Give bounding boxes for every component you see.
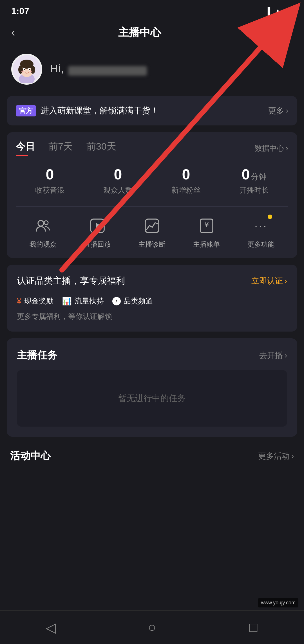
stats-numbers: 0 收获音浪 0 观众人数 0 新增粉丝 0 分钟 开播时长 [16, 166, 288, 195]
more-icon: ··· [251, 216, 271, 236]
go-live-button[interactable]: 去开播 [264, 26, 293, 39]
tasks-chevron-icon: › [285, 351, 287, 360]
benefit-channel: ♪ 品类频道 [112, 296, 153, 306]
official-badge: 官方 [16, 105, 36, 116]
quick-actions: 我的观众 直播回放 主播诊断 [16, 216, 288, 249]
stat-audience: 0 观众人数 [103, 166, 133, 195]
cert-subtitle: 更多专属福利，等你认证解锁 [7, 309, 297, 332]
activity-chevron-icon: › [291, 452, 294, 461]
stat-value-time-container: 0 分钟 [240, 166, 269, 183]
action-label-diagnosis: 主播诊断 [138, 240, 166, 249]
svg-point-14 [44, 221, 48, 225]
cert-title: 认证品类主播，享专属福利 [17, 275, 125, 287]
audience-icon [33, 216, 53, 236]
action-billing[interactable]: ¥ 主播账单 [193, 216, 220, 249]
tiktok-icon: ♪ [112, 297, 121, 305]
user-greeting-container: Hi, [50, 63, 147, 76]
stat-label-audio: 收获音浪 [35, 185, 64, 195]
svg-point-10 [29, 69, 30, 70]
svg-point-12 [30, 71, 32, 72]
action-replay[interactable]: 直播回放 [84, 216, 111, 249]
svg-point-9 [24, 69, 25, 70]
nav-recents-button[interactable]: □ [236, 616, 270, 639]
back-button[interactable]: ‹ [11, 26, 15, 39]
page-title: 主播中心 [118, 25, 161, 40]
signal-icon: ▐ [265, 7, 270, 15]
stat-value-fans: 0 [171, 166, 201, 183]
banner-text: 进入萌新课堂，解锁满满干货！ [41, 105, 159, 116]
tab-7days[interactable]: 前7天 [48, 140, 73, 156]
tasks-empty-state: 暂无进行中的任务 [17, 370, 287, 427]
status-bar: 1:07 ▐ ▲ ▬ [0, 0, 304, 20]
cert-header: 认证品类主播，享专属福利 立即认证 › [7, 265, 297, 287]
cert-action-button[interactable]: 立即认证 › [251, 276, 287, 286]
battery-icon: ▬ [285, 7, 293, 15]
tab-30days[interactable]: 前30天 [86, 140, 116, 156]
action-diagnosis[interactable]: 主播诊断 [138, 216, 166, 249]
stats-tabs: 今日 前7天 前30天 数据中心 › [16, 140, 288, 156]
banner-more-label: 更多 [268, 105, 284, 116]
tasks-link-label: 去开播 [259, 350, 283, 361]
data-center-link[interactable]: 数据中心 › [255, 143, 288, 153]
tasks-go-live-button[interactable]: 去开播 › [259, 350, 287, 361]
stat-broadcast-time: 0 分钟 开播时长 [240, 166, 269, 195]
action-label-audience: 我的观众 [30, 240, 57, 249]
nav-bar: ‹ 主播中心 去开播 [0, 20, 304, 45]
banner-more-button[interactable]: 更多 › [268, 105, 288, 116]
action-audience[interactable]: 我的观众 [30, 216, 57, 249]
user-profile: Hi, [0, 45, 304, 96]
activity-section: 活动中心 更多活动 › [7, 443, 297, 469]
stat-value-audio: 0 [35, 166, 64, 183]
data-center-label: 数据中心 [255, 143, 284, 153]
avatar[interactable] [11, 54, 42, 85]
watermark: www.youjy.com [258, 598, 298, 607]
traffic-icon: 📊 [62, 296, 72, 306]
stats-card: 今日 前7天 前30天 数据中心 › 0 收获音浪 0 观众人数 0 新增粉丝 … [7, 132, 297, 258]
svg-text:¥: ¥ [204, 220, 209, 229]
stats-divider [16, 206, 288, 207]
benefit-channel-label: 品类频道 [124, 296, 153, 306]
status-icons: ▐ ▲ ▬ [265, 7, 293, 15]
activity-more-button[interactable]: 更多活动 › [258, 451, 294, 461]
diagnosis-icon [142, 216, 162, 236]
stat-label-fans: 新增粉丝 [171, 185, 201, 195]
status-time: 1:07 [11, 6, 29, 16]
username-blurred [68, 66, 147, 76]
action-label-more: 更多功能 [247, 240, 274, 249]
tab-today[interactable]: 今日 [16, 140, 35, 156]
certification-card: 认证品类主播，享专属福利 立即认证 › ¥ 现金奖励 📊 流量扶持 ♪ 品类频道… [7, 265, 297, 332]
benefit-cash: ¥ 现金奖励 [17, 296, 53, 306]
nav-home-button[interactable]: ○ [135, 616, 169, 639]
action-label-replay: 直播回放 [84, 240, 111, 249]
svg-rect-17 [145, 219, 159, 233]
svg-point-13 [38, 220, 44, 226]
banner-card[interactable]: 官方 进入萌新课堂，解锁满满干货！ 更多 › [7, 96, 297, 125]
activity-header: 活动中心 更多活动 › [7, 443, 297, 469]
stat-unit-time: 分钟 [251, 172, 267, 182]
stat-new-fans: 0 新增粉丝 [171, 166, 201, 195]
svg-point-5 [18, 66, 23, 74]
stat-label-time: 开播时长 [240, 185, 269, 195]
stat-audio-waves: 0 收获音浪 [35, 166, 64, 195]
benefit-traffic-label: 流量扶持 [75, 296, 104, 306]
chevron-right-icon: › [286, 144, 288, 153]
tasks-empty-text: 暂无进行中的任务 [118, 393, 186, 403]
benefit-traffic: 📊 流量扶持 [62, 296, 104, 306]
cert-chevron-icon: › [285, 276, 287, 285]
chevron-right-icon: › [286, 106, 288, 115]
action-more[interactable]: ··· 更多功能 [247, 216, 274, 249]
svg-point-11 [21, 71, 24, 72]
svg-marker-16 [96, 223, 101, 229]
stat-value-audience: 0 [103, 166, 133, 183]
notification-dot [268, 215, 272, 219]
action-label-billing: 主播账单 [193, 240, 220, 249]
stat-label-audience: 观众人数 [103, 185, 133, 195]
wifi-icon: ▲ [274, 7, 281, 15]
activity-title: 活动中心 [10, 449, 51, 463]
greeting-text: Hi, [50, 63, 64, 75]
tasks-card: 主播任务 去开播 › 暂无进行中的任务 [7, 338, 297, 437]
activity-more-label: 更多活动 [258, 451, 290, 461]
tasks-title: 主播任务 [17, 348, 57, 362]
cert-benefits: ¥ 现金奖励 📊 流量扶持 ♪ 品类频道 [7, 287, 297, 309]
nav-back-button[interactable]: ◁ [34, 616, 68, 639]
